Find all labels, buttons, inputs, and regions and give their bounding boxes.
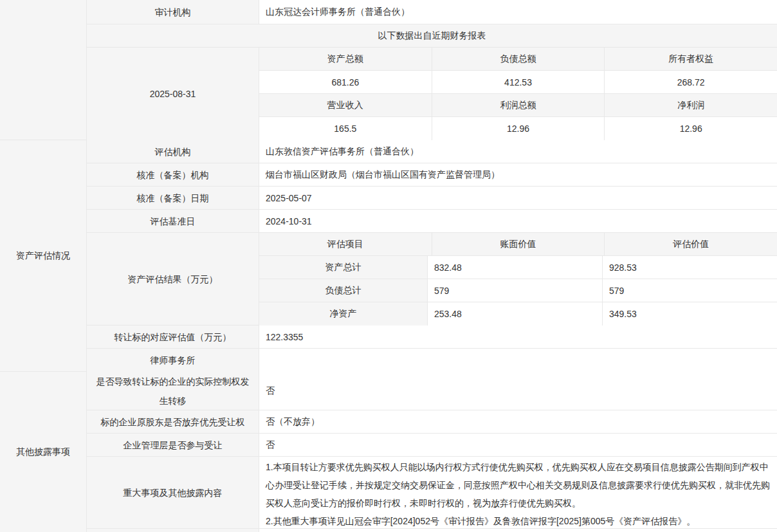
fin-value-net-profit: 12.96 — [605, 117, 777, 140]
fin-header-revenue: 营业收入 — [259, 94, 432, 116]
major-items-paragraph-1: 1.本项目转让方要求优先购买权人只能以场内行权方式行使优先购买权，优先购买权人应… — [266, 458, 771, 512]
fin-value-revenue: 165.5 — [259, 117, 432, 140]
field-label-approval-date: 核准（备案）日期 — [87, 187, 259, 209]
field-label-report-date: 2025-08-31 — [87, 48, 259, 140]
field-label-approval-org: 核准（备案）机构 — [87, 163, 259, 186]
eval-item-total-assets: 资产总计 — [259, 256, 428, 279]
eval-item-total-liabilities: 负债总计 — [259, 279, 428, 302]
eval-row-total-liabilities: 负债总计 579 579 — [259, 279, 777, 302]
financial-value-row-1: 681.26 412.53 268.72 — [259, 71, 777, 94]
row-audit-org: 审计机构 山东冠达会计师事务所（普通合伙） — [87, 0, 777, 24]
disclosure-table: 审计机构 山东冠达会计师事务所（普通合伙） 以下数据出自近期财务报表 2025-… — [0, 0, 777, 532]
row-eval-result: 资产评估结果（万元） 评估项目 账面价值 评估价值 资产总计 832.48 92… — [87, 233, 777, 326]
eval-item-net-assets: 净资产 — [259, 302, 428, 326]
fin-header-total-assets: 资产总额 — [259, 48, 432, 70]
row-cutoff-sliver — [87, 529, 777, 532]
row-transfer-eval-value: 转让标的对应评估值（万元） 122.3355 — [87, 326, 777, 349]
financial-header-row-2: 营业收入 利润总额 净利润 — [259, 94, 777, 117]
row-waive-preemptive-right: 标的企业原股东是否放弃优先受让权 否（不放弃） — [87, 410, 777, 434]
field-value-major-items: 1.本项目转让方要求优先购买权人只能以场内行权方式行使优先购买权，优先购买权人应… — [259, 457, 777, 528]
eval-header-eval-value: 评估价值 — [605, 233, 777, 255]
field-value-audit-org: 山东冠达会计师事务所（普通合伙） — [259, 0, 777, 24]
section-evaluation: 资产评估情况 评估机构 山东敦信资产评估事务所（普通合伙） 核准（备案）机构 烟… — [0, 140, 777, 372]
field-value-management-participation: 否 — [259, 434, 777, 456]
fin-header-owner-equity: 所有者权益 — [605, 48, 777, 70]
field-label-eval-org: 评估机构 — [87, 140, 259, 163]
row-management-participation: 企业管理层是否参与受让 否 — [87, 434, 777, 457]
eval-result-mini-table: 评估项目 账面价值 评估价值 资产总计 832.48 928.53 负债总计 5… — [259, 233, 777, 325]
fin-value-total-liabilities: 412.53 — [432, 71, 605, 93]
financial-note-row: 以下数据出自近期财务报表 — [87, 24, 777, 48]
row-financial-data: 2025-08-31 资产总额 负债总额 所有者权益 681.26 412.53… — [87, 48, 777, 140]
fin-header-total-profit: 利润总额 — [432, 94, 605, 116]
major-items-paragraph-2: 2.其他重大事项详见山冠会审字[2024]052号《审计报告》及鲁敦信评报字[2… — [266, 512, 771, 530]
financial-mini-table: 资产总额 负债总额 所有者权益 681.26 412.53 268.72 营业收… — [259, 48, 777, 140]
eval-header-row: 评估项目 账面价值 评估价值 — [259, 233, 777, 256]
field-value-transfer-eval: 122.3355 — [259, 326, 777, 348]
eval-value-total-liabilities: 579 — [603, 279, 777, 302]
field-value-approval-date: 2025-05-07 — [259, 187, 777, 209]
row-approval-org: 核准（备案）机构 烟台市福山区财政局（烟台市福山区国有资产监督管理局） — [87, 163, 777, 187]
field-label-audit-org: 审计机构 — [87, 0, 259, 24]
group-cell-top-empty — [0, 0, 87, 140]
financial-value-row-2: 165.5 12.96 12.96 — [259, 117, 777, 140]
eval-value-total-assets: 928.53 — [603, 256, 777, 279]
sliver-label-cell — [87, 529, 259, 532]
eval-row-total-assets: 资产总计 832.48 928.53 — [259, 256, 777, 279]
field-value-waive-preemptive: 否（不放弃） — [259, 410, 777, 433]
row-eval-org: 评估机构 山东敦信资产评估事务所（普通合伙） — [87, 140, 777, 163]
eval-value-net-assets: 349.53 — [603, 302, 777, 326]
group-label-other-disclosure: 其他披露事项 — [0, 372, 87, 532]
row-law-firm: 律师事务所 — [87, 349, 777, 372]
field-value-law-firm — [259, 349, 777, 372]
fin-value-total-assets: 681.26 — [259, 71, 432, 93]
field-label-transfer-eval: 转让标的对应评估值（万元） — [87, 326, 259, 348]
row-major-items: 重大事项及其他披露内容 1.本项目转让方要求优先购买权人只能以场内行权方式行使优… — [87, 457, 777, 529]
field-label-control-transfer: 是否导致转让标的企业的实际控制权发生转移 — [87, 372, 259, 410]
eval-book-total-liabilities: 579 — [428, 279, 603, 302]
row-control-transfer: 是否导致转让标的企业的实际控制权发生转移 否 — [87, 372, 777, 410]
fin-value-total-profit: 12.96 — [432, 117, 605, 140]
field-label-major-items: 重大事项及其他披露内容 — [87, 457, 259, 528]
financial-header-row-1: 资产总额 负债总额 所有者权益 — [259, 48, 777, 71]
field-label-eval-result: 资产评估结果（万元） — [87, 233, 259, 325]
fin-header-net-profit: 净利润 — [605, 94, 777, 116]
row-approval-date: 核准（备案）日期 2025-05-07 — [87, 187, 777, 210]
eval-row-net-assets: 净资产 253.48 349.53 — [259, 302, 777, 326]
field-label-eval-base-date: 评估基准日 — [87, 210, 259, 232]
eval-header-item: 评估项目 — [259, 233, 432, 255]
field-value-approval-org: 烟台市福山区财政局（烟台市福山区国有资产监督管理局） — [259, 163, 777, 186]
eval-book-total-assets: 832.48 — [428, 256, 603, 279]
field-value-control-transfer: 否 — [259, 372, 777, 410]
section-financials: 审计机构 山东冠达会计师事务所（普通合伙） 以下数据出自近期财务报表 2025-… — [0, 0, 777, 140]
field-value-eval-org: 山东敦信资产评估事务所（普通合伙） — [259, 140, 777, 163]
field-label-management-participation: 企业管理层是否参与受让 — [87, 434, 259, 456]
fin-header-total-liabilities: 负债总额 — [432, 48, 605, 70]
eval-header-book-value: 账面价值 — [432, 233, 605, 255]
section-other-disclosure: 其他披露事项 是否导致转让标的企业的实际控制权发生转移 否 标的企业原股东是否放… — [0, 372, 777, 532]
group-label-evaluation: 资产评估情况 — [0, 140, 87, 371]
eval-book-net-assets: 253.48 — [428, 302, 603, 326]
field-value-eval-base-date: 2024-10-31 — [259, 210, 777, 232]
sliver-value-cell — [259, 529, 777, 532]
fin-value-owner-equity: 268.72 — [605, 71, 777, 93]
field-label-waive-preemptive: 标的企业原股东是否放弃优先受让权 — [87, 410, 259, 433]
field-label-law-firm: 律师事务所 — [87, 349, 259, 372]
row-eval-base-date: 评估基准日 2024-10-31 — [87, 210, 777, 233]
